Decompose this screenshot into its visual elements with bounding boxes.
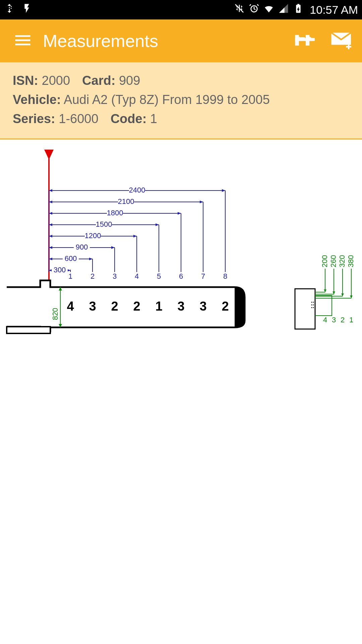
tip-depth: 200 <box>320 255 329 267</box>
svg-point-56 <box>313 307 314 308</box>
key-cut: 3 <box>89 299 96 313</box>
tip-label: 2 <box>341 316 345 324</box>
isn-value: 2000 <box>42 73 70 88</box>
tip-depth: 320 <box>338 255 346 267</box>
hamburger-icon[interactable] <box>13 30 33 52</box>
key-index: 1 <box>68 272 72 280</box>
bolt-icon <box>21 3 32 16</box>
alarm-icon <box>249 3 259 16</box>
dim-value: 300 <box>54 266 66 274</box>
dim-value: 2400 <box>129 186 145 194</box>
status-bar: 10:57 AM <box>0 0 362 19</box>
key-cut: 2 <box>222 299 229 313</box>
dim-value: 1200 <box>85 231 101 240</box>
key-index: 8 <box>223 272 227 280</box>
key-cut: 2 <box>111 299 118 313</box>
signal-icon <box>278 3 289 16</box>
info-panel: ISN: 2000 Card: 909 Vehicle: Audi A2 (Ty… <box>0 62 362 140</box>
svg-rect-2 <box>295 35 299 46</box>
key-cut: 3 <box>177 299 184 313</box>
dim-value: 600 <box>65 254 77 263</box>
svg-point-53 <box>311 305 312 306</box>
app-bar: Measurements <box>0 19 362 62</box>
battery-icon <box>293 3 304 16</box>
svg-rect-4 <box>300 37 305 39</box>
svg-point-52 <box>313 302 314 303</box>
key-index: 4 <box>135 272 139 280</box>
mail-plus-icon[interactable] <box>330 28 354 54</box>
key-diagram: 820 43221332 12345678 300600900120015001… <box>0 140 362 408</box>
series-value: 1-6000 <box>59 112 98 126</box>
card-label: Card: <box>82 73 115 88</box>
vibrate-icon <box>234 3 245 16</box>
isn-label: ISN: <box>13 73 38 88</box>
svg-point-55 <box>311 307 312 308</box>
dim-value: 1500 <box>96 220 112 228</box>
key-index: 7 <box>201 272 205 280</box>
page-title: Measurements <box>43 31 284 51</box>
usb-icon <box>4 3 15 16</box>
dim-value: 2100 <box>118 197 134 206</box>
code-label: Code: <box>111 112 147 126</box>
dim-value: 900 <box>76 243 88 251</box>
key-cut: 3 <box>199 299 206 313</box>
tip-label: 3 <box>332 316 336 324</box>
key-cut: 2 <box>133 299 140 313</box>
tip-depth: 380 <box>347 255 355 267</box>
svg-rect-41 <box>295 289 315 329</box>
tip-label: 4 <box>323 316 327 324</box>
key-index: 3 <box>113 272 117 280</box>
code-value: 1 <box>150 112 157 126</box>
svg-rect-6 <box>7 327 50 333</box>
key-index: 2 <box>90 272 95 280</box>
svg-rect-3 <box>306 35 309 46</box>
vehicle-label: Vehicle: <box>13 93 61 107</box>
card-value: 909 <box>119 73 140 88</box>
series-label: Series: <box>13 112 55 126</box>
caliper-icon[interactable] <box>294 28 318 54</box>
dim-value: 1800 <box>107 209 123 217</box>
tip-depth: 260 <box>329 255 338 267</box>
tip-label: 1 <box>349 316 353 324</box>
clock-text: 10:57 AM <box>310 3 358 16</box>
wifi-icon <box>263 3 274 16</box>
key-cut: 4 <box>67 299 74 313</box>
key-index: 6 <box>179 272 183 280</box>
svg-point-54 <box>313 305 314 306</box>
svg-point-51 <box>311 302 312 303</box>
key-index: 5 <box>157 272 161 280</box>
vehicle-value: Audi A2 (Typ 8Z) From 1999 to 2005 <box>64 93 270 107</box>
height-dim: 820 <box>51 308 59 320</box>
key-cut: 1 <box>155 299 162 313</box>
